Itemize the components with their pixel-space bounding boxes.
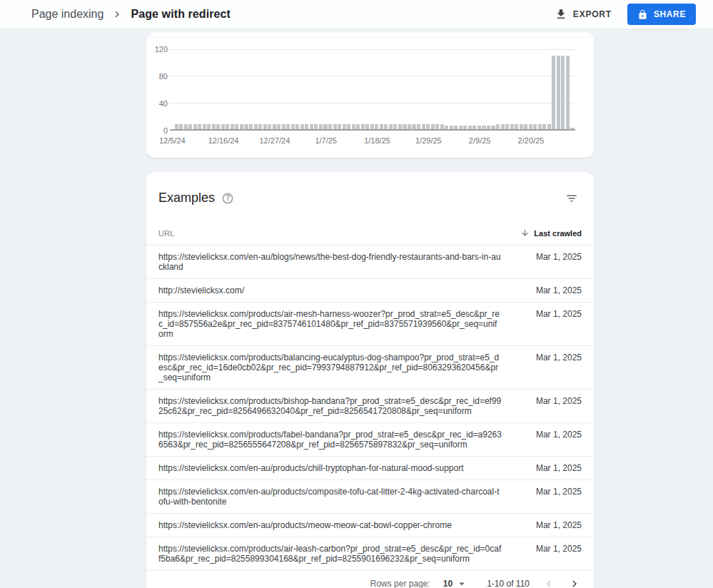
help-icon[interactable]: ?: [222, 193, 233, 204]
chart-bar[interactable]: [505, 124, 509, 129]
chart-bar[interactable]: [338, 124, 341, 129]
chart-bar[interactable]: [477, 126, 481, 129]
chart-bar[interactable]: [491, 126, 495, 129]
chart-bar[interactable]: [273, 124, 276, 129]
table-row[interactable]: https://stevielicksx.com/en-au/products/…: [146, 514, 594, 537]
chart-bar[interactable]: [412, 124, 415, 129]
table-row[interactable]: https://stevielicksx.com/en-au/products/…: [146, 480, 594, 514]
table-row[interactable]: http://stevielicksx.com/ Mar 1, 2025: [146, 279, 594, 303]
chart-bar[interactable]: [277, 124, 280, 129]
chart-bar[interactable]: [305, 124, 308, 129]
chart-bar[interactable]: [468, 126, 472, 129]
rows-per-page-select[interactable]: 10: [443, 577, 468, 588]
chart-bar[interactable]: [235, 124, 238, 129]
chart-bar[interactable]: [314, 124, 318, 129]
chart-bar[interactable]: [435, 124, 439, 129]
chart-bar[interactable]: [319, 124, 323, 129]
chart-bar[interactable]: [175, 124, 178, 129]
chart-bar[interactable]: [356, 124, 360, 129]
chart-bar[interactable]: [198, 124, 201, 129]
chart-bar[interactable]: [529, 124, 532, 129]
chart-bar[interactable]: [380, 124, 383, 129]
chart-bar[interactable]: [207, 124, 211, 129]
breadcrumb-parent[interactable]: Page indexing: [31, 8, 103, 21]
table-row[interactable]: https://stevielicksx.com/products/air-le…: [146, 537, 594, 571]
chart-bar[interactable]: [496, 124, 500, 129]
chart-bar[interactable]: [542, 124, 546, 129]
chart-bar[interactable]: [203, 124, 206, 129]
chart-bar[interactable]: [510, 124, 514, 129]
share-button[interactable]: SHARE: [627, 4, 696, 25]
chart-bar[interactable]: [482, 126, 485, 129]
chart-bar[interactable]: [365, 124, 369, 129]
export-button[interactable]: EXPORT: [555, 8, 612, 21]
table-row[interactable]: https://stevielicksx.com/products/balanc…: [146, 346, 594, 390]
chart-bar[interactable]: [524, 124, 527, 129]
chart-bar[interactable]: [398, 124, 402, 129]
table-row[interactable]: https://stevielicksx.com/products/fabel-…: [146, 423, 594, 457]
chart-bar[interactable]: [520, 124, 523, 129]
table-row[interactable]: https://stevielicksx.com/en-au/blogs/new…: [146, 245, 594, 279]
chart-bar[interactable]: [450, 126, 453, 129]
table-row[interactable]: https://stevielicksx.com/products/bishop…: [146, 390, 594, 423]
chart-bar[interactable]: [216, 124, 220, 129]
chart-bar[interactable]: [463, 126, 467, 129]
chart-bar[interactable]: [566, 56, 570, 129]
column-header-last-crawled[interactable]: Last crawled: [520, 228, 582, 238]
chart-bar[interactable]: [538, 124, 542, 129]
table-row[interactable]: https://stevielicksx.com/products/air-me…: [146, 303, 594, 346]
chart-bar[interactable]: [533, 124, 537, 129]
chart-bar[interactable]: [286, 124, 290, 129]
chart-bar[interactable]: [254, 124, 258, 129]
chart-bar[interactable]: [295, 124, 299, 129]
chart-bar[interactable]: [454, 126, 457, 129]
chart-bar[interactable]: [231, 124, 234, 129]
chart-bar[interactable]: [333, 124, 337, 129]
chart-bar[interactable]: [389, 124, 393, 129]
chart-bar[interactable]: [249, 124, 253, 129]
table-row[interactable]: https://stevielicksx.com/en-au/products/…: [146, 457, 594, 480]
chart-bar[interactable]: [370, 124, 374, 129]
chart-bar[interactable]: [426, 124, 430, 129]
chart-bar[interactable]: [347, 124, 350, 129]
chart-bar[interactable]: [440, 124, 444, 129]
chart-bar[interactable]: [193, 124, 197, 129]
chart-bar[interactable]: [403, 124, 406, 129]
chart-bar[interactable]: [408, 124, 411, 129]
chart-bar[interactable]: [188, 124, 192, 129]
chart-bar[interactable]: [561, 56, 565, 129]
chart-bar[interactable]: [282, 124, 285, 129]
column-header-url[interactable]: URL: [158, 229, 520, 238]
chart-bar[interactable]: [240, 124, 243, 129]
chart-bar[interactable]: [310, 124, 313, 129]
chart-bar[interactable]: [226, 124, 229, 129]
chart-bar[interactable]: [328, 124, 332, 129]
chart-bar[interactable]: [422, 124, 425, 129]
chart-bar[interactable]: [431, 124, 435, 129]
chart-bar[interactable]: [445, 126, 448, 129]
chart-bar[interactable]: [184, 124, 188, 129]
chart-bar[interactable]: [515, 124, 518, 129]
chart-bar[interactable]: [244, 124, 248, 129]
chart-bar[interactable]: [547, 124, 551, 129]
chart-bar[interactable]: [417, 124, 420, 129]
chart-bar[interactable]: [258, 124, 262, 129]
chart-bar[interactable]: [393, 124, 397, 129]
chart-bar[interactable]: [384, 124, 388, 129]
chart-bar[interactable]: [268, 124, 271, 129]
chart-bar[interactable]: [221, 124, 225, 129]
chart-bar[interactable]: [570, 128, 574, 129]
filter-list-icon[interactable]: [565, 192, 578, 205]
previous-page-icon[interactable]: [541, 576, 557, 588]
chart-bar[interactable]: [300, 124, 304, 129]
chart-bar[interactable]: [291, 124, 295, 129]
chart-bar[interactable]: [459, 126, 462, 129]
chart-bar[interactable]: [557, 56, 560, 129]
chart-bar[interactable]: [501, 124, 505, 129]
chart-bar[interactable]: [352, 124, 355, 129]
chart-bar[interactable]: [179, 124, 183, 129]
chart-bar[interactable]: [263, 124, 267, 129]
chart-bar[interactable]: [323, 124, 327, 129]
chart-bar[interactable]: [472, 126, 476, 129]
chart-bar[interactable]: [552, 56, 555, 129]
